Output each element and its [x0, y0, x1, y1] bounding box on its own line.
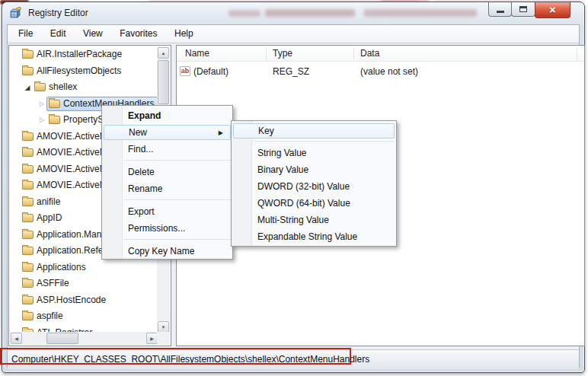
menu-file[interactable]: File: [11, 25, 40, 43]
folder-icon: [22, 214, 34, 222]
context-menu-item-delete[interactable]: Delete: [102, 164, 232, 180]
maximize-button[interactable]: [511, 2, 535, 17]
window-controls: ×: [489, 2, 570, 18]
menu-view[interactable]: View: [76, 25, 110, 43]
tree-item-label: AppID: [37, 212, 62, 223]
folder-icon: [22, 312, 34, 320]
menu-item-label: Key: [258, 126, 274, 136]
column-separator[interactable]: [353, 47, 354, 60]
expand-arrow-icon[interactable]: ▷: [37, 116, 46, 123]
tree-item-label: anifile: [37, 196, 60, 207]
horizontal-scrollbar-thumb[interactable]: [46, 333, 78, 344]
folder-icon: [22, 181, 34, 190]
tree-item-body: AMOVIE.ActiveM: [20, 129, 111, 144]
menu-item-label: Export: [128, 206, 155, 217]
minimize-icon: [497, 11, 504, 13]
collapse-arrow-icon[interactable]: ◢: [23, 84, 32, 91]
tree-item-body: shellex: [32, 80, 81, 94]
new-submenu: Key String Value Binary Value DWORD (32-…: [231, 120, 397, 247]
tree-item[interactable]: AllFilesystemObjects: [10, 63, 158, 80]
menu-help[interactable]: Help: [168, 25, 200, 43]
scroll-left-button[interactable]: ◀: [11, 333, 22, 344]
scroll-up-button[interactable]: ▲: [158, 47, 169, 59]
value-name: (Default): [193, 66, 228, 77]
tree-item-label: ASP.HostEncode: [37, 295, 106, 305]
folder-icon: [22, 296, 34, 304]
menu-separator: [124, 199, 231, 200]
context-menu-item-permissions[interactable]: Permissions...: [102, 220, 232, 237]
value-row[interactable]: ab (Default) REG_SZ (value not set): [177, 65, 584, 78]
window-title: Registry Editor: [28, 8, 88, 18]
column-separator[interactable]: [577, 47, 577, 60]
close-button[interactable]: ×: [535, 2, 570, 18]
context-menu-item-copy-key-name[interactable]: Copy Key Name: [102, 243, 232, 260]
scroll-down-button[interactable]: ▼: [158, 321, 169, 333]
minimize-button[interactable]: [488, 2, 512, 17]
submenu-item-string-value[interactable]: String Value: [232, 145, 396, 161]
folder-icon: [49, 100, 60, 108]
scroll-right-icon: ▶: [150, 336, 154, 341]
menu-item-label: QWORD (64-bit) Value: [257, 198, 350, 209]
tree-item-body: PropertyS: [46, 113, 107, 127]
menu-separator: [254, 141, 395, 142]
menu-bar: File Edit View Favorites Help: [8, 25, 579, 43]
tree-item-label: AMOVIE.ActiveM: [37, 131, 107, 142]
context-menu-item-export[interactable]: Export: [102, 203, 232, 220]
folder-icon: [22, 231, 34, 239]
tree-item-label: AMOVIE.ActiveM: [37, 164, 107, 174]
column-separator[interactable]: [266, 47, 267, 60]
context-menu-item-expand[interactable]: Expand: [102, 107, 232, 124]
tree-item-body: AMOVIE.ActiveM: [20, 162, 111, 177]
submenu-item-dword-value[interactable]: DWORD (32-bit) Value: [232, 178, 396, 195]
reg-sz-icon: ab: [180, 66, 190, 76]
folder-icon: [22, 247, 34, 255]
registry-path: Computer\HKEY_CLASSES_ROOT\AllFilesystem…: [11, 354, 369, 365]
submenu-arrow-icon: ▶: [219, 126, 223, 140]
tree-item-label: AIR.InstallerPackage: [37, 49, 122, 59]
tree-horizontal-scrollbar[interactable]: ◀ ▶: [10, 332, 158, 345]
registry-editor-icon: [10, 7, 22, 19]
context-menu-item-find[interactable]: Find...: [102, 141, 232, 158]
title-bar[interactable]: Registry Editor ×: [2, 2, 584, 24]
menu-separator: [124, 160, 231, 161]
list-header: Name Type Data: [177, 46, 584, 62]
menu-favorites[interactable]: Favorites: [113, 25, 164, 43]
submenu-item-qword-value[interactable]: QWORD (64-bit) Value: [232, 195, 396, 212]
tree-item-body: ASFFile: [20, 276, 73, 291]
tree-item-body: AMOVIE.ActiveM: [20, 145, 111, 160]
tree-item-label: AMOVIE.ActiveM: [37, 180, 107, 190]
submenu-item-expandable-string-value[interactable]: Expandable String Value: [232, 228, 396, 245]
menu-item-label: Expand: [128, 110, 161, 121]
folder-icon: [22, 50, 34, 59]
column-header-name[interactable]: Name: [185, 48, 209, 59]
vertical-scrollbar-thumb[interactable]: [158, 60, 169, 104]
submenu-item-binary-value[interactable]: Binary Value: [232, 161, 396, 178]
expand-arrow-icon[interactable]: ▷: [37, 100, 46, 107]
column-header-data[interactable]: Data: [360, 48, 379, 59]
tree-item[interactable]: ◢ shellex: [10, 79, 158, 96]
column-header-type[interactable]: Type: [273, 48, 292, 59]
tree-item[interactable]: ASP.HostEncode: [10, 292, 158, 309]
menu-item-label: Binary Value: [257, 164, 308, 175]
tree-item-label: Application.Refer: [37, 245, 106, 256]
tree-item[interactable]: Applications: [10, 260, 158, 276]
scroll-up-icon: ▲: [161, 51, 166, 56]
screen: Registry Editor × File Edit View Favorit…: [0, 0, 588, 376]
scroll-right-button[interactable]: ▶: [146, 333, 158, 344]
tree-item[interactable]: aspfile: [10, 308, 158, 325]
menu-edit[interactable]: Edit: [43, 25, 73, 43]
submenu-item-key[interactable]: Key: [233, 123, 395, 139]
context-menu: Expand New▶ Find... Delete Rename Export…: [101, 105, 233, 260]
menu-item-label: Delete: [128, 167, 155, 177]
tree-item[interactable]: ASFFile: [10, 276, 158, 292]
menu-item-label: Multi-String Value: [257, 215, 329, 225]
folder-icon: [49, 116, 60, 124]
folder-icon: [22, 263, 34, 272]
submenu-item-multi-string-value[interactable]: Multi-String Value: [232, 212, 396, 228]
context-menu-item-new[interactable]: New▶: [104, 125, 231, 140]
tree-item-body: ASP.HostEncode: [20, 293, 110, 307]
tree-item-body: Applications: [20, 260, 90, 275]
folder-icon: [22, 279, 34, 288]
context-menu-item-rename[interactable]: Rename: [102, 180, 232, 197]
tree-item[interactable]: AIR.InstallerPackage: [10, 46, 158, 63]
